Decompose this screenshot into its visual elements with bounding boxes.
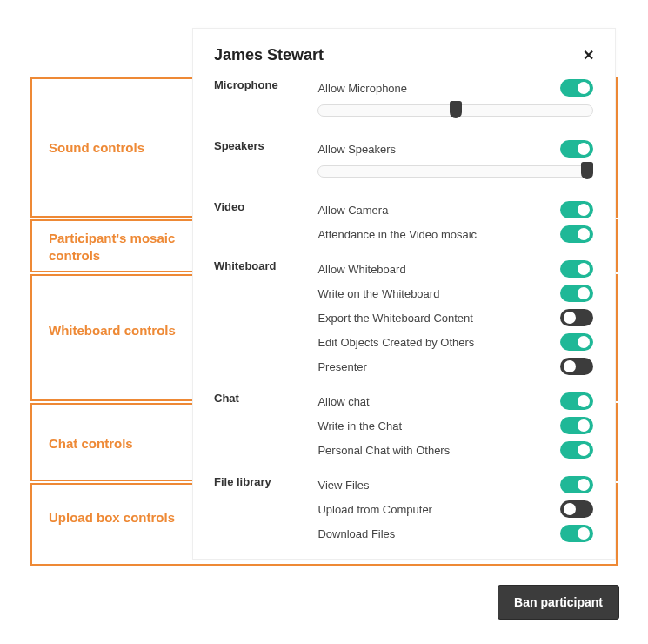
microphone-level-slider[interactable] [317, 104, 593, 117]
whiteboard-controls-label: Whiteboard controls [49, 322, 176, 339]
close-icon[interactable]: ✕ [583, 47, 594, 64]
write-whiteboard-label: Write on the Whiteboard [317, 287, 439, 300]
write-chat-toggle[interactable] [560, 417, 593, 434]
allow-camera-label: Allow Camera [317, 204, 388, 217]
allow-microphone-label: Allow Microphone [317, 82, 407, 95]
sound-controls-label: Sound controls [49, 139, 144, 157]
speakers-group: Speakers Allow Speakers [214, 139, 594, 184]
upload-files-label: Upload from Computer [317, 503, 432, 516]
ban-participant-button[interactable]: Ban participant [498, 585, 619, 620]
panel-title: James Stewart [214, 46, 324, 64]
allow-whiteboard-label: Allow Whiteboard [317, 263, 405, 276]
personal-chat-label: Personal Chat with Others [317, 444, 450, 457]
download-files-label: Download Files [317, 527, 395, 540]
upload-files-toggle[interactable] [560, 500, 593, 518]
allow-microphone-toggle[interactable] [560, 79, 593, 97]
write-whiteboard-toggle[interactable] [560, 285, 593, 302]
allow-speakers-label: Allow Speakers [317, 143, 396, 156]
speakers-slider-thumb[interactable] [581, 162, 593, 179]
view-files-label: View Files [317, 479, 369, 492]
microphone-group: Microphone Allow Microphone [214, 78, 594, 124]
view-files-toggle[interactable] [560, 476, 593, 493]
chat-controls-label: Chat controls [49, 435, 133, 453]
chat-group: Chat Allow chat Write in the Chat Person… [214, 392, 594, 460]
personal-chat-toggle[interactable] [560, 441, 593, 459]
download-files-toggle[interactable] [560, 525, 593, 542]
presenter-label: Presenter [317, 360, 366, 373]
file-library-group: File library View Files Upload from Comp… [214, 475, 594, 543]
whiteboard-heading: Whiteboard [214, 259, 314, 272]
allow-speakers-toggle[interactable] [560, 140, 593, 158]
edit-others-whiteboard-toggle[interactable] [560, 333, 593, 351]
speakers-level-slider[interactable] [317, 165, 593, 178]
presenter-toggle[interactable] [560, 358, 593, 375]
upload-controls-label: Upload box controls [49, 509, 175, 527]
whiteboard-group: Whiteboard Allow Whiteboard Write on the… [214, 259, 594, 376]
write-chat-label: Write in the Chat [317, 419, 402, 433]
allow-chat-label: Allow chat [317, 395, 369, 408]
export-whiteboard-toggle[interactable] [560, 309, 593, 326]
mosaic-controls-label: Participant's mosaic controls [49, 230, 179, 264]
allow-whiteboard-toggle[interactable] [560, 260, 593, 278]
export-whiteboard-label: Export the Whiteboard Content [317, 312, 473, 325]
allow-chat-toggle[interactable] [560, 392, 593, 410]
video-group: Video Allow Camera Attendance in the Vid… [214, 200, 594, 244]
file-library-heading: File library [214, 475, 314, 488]
microphone-slider-thumb[interactable] [450, 101, 462, 118]
video-mosaic-label: Attendance in the Video mosaic [317, 228, 477, 241]
participant-settings-panel: James Stewart ✕ Microphone Allow Microph… [192, 28, 616, 560]
video-heading: Video [214, 200, 314, 213]
speakers-heading: Speakers [214, 139, 314, 152]
edit-others-whiteboard-label: Edit Objects Created by Others [317, 336, 474, 349]
chat-heading: Chat [214, 392, 314, 405]
microphone-heading: Microphone [214, 78, 314, 91]
allow-camera-toggle[interactable] [560, 201, 593, 218]
video-mosaic-toggle[interactable] [560, 225, 593, 243]
